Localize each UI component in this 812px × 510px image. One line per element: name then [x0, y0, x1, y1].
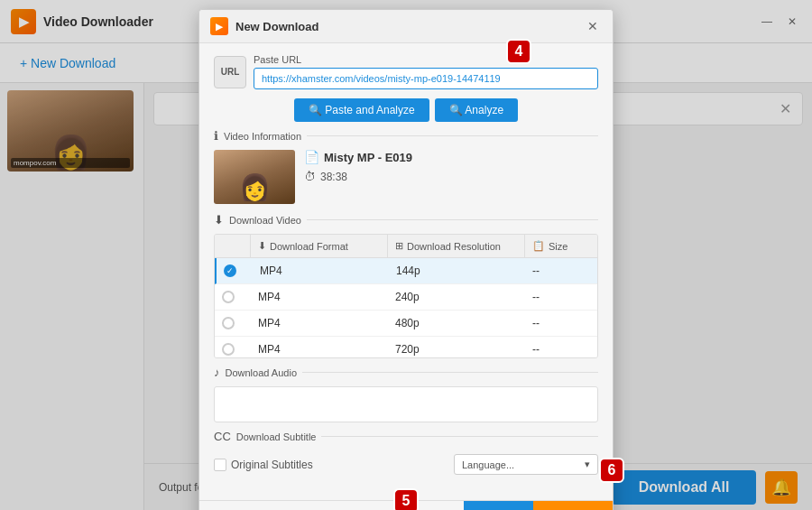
original-subtitles-label: Original Subtitles	[231, 459, 313, 471]
header-format: ⬇ Download Format	[251, 235, 388, 257]
video-name-row: 📄 Misty MP - E019	[304, 150, 598, 164]
badge-4: 4	[506, 39, 531, 64]
radio-button[interactable]	[222, 317, 235, 329]
format-resolution-cell: 480p	[388, 311, 525, 336]
modal-body: URL Paste URL 🔍 Paste and Analyze 🔍 Anal…	[199, 43, 613, 496]
format-size-cell: --	[525, 311, 597, 336]
audio-icon: ♪	[214, 366, 220, 379]
modal-titlebar: ▶ New Download ✕	[199, 10, 613, 43]
header-size: 📋 Size	[525, 235, 597, 257]
download-subtitle-label: Download Subtitle	[236, 431, 317, 442]
modal-title: New Download	[235, 20, 577, 33]
format-resolution-cell: 720p	[388, 337, 525, 357]
info-icon: ℹ	[214, 129, 218, 143]
format-icon: ⬇	[258, 240, 266, 252]
format-radio-cell	[215, 284, 251, 310]
url-buttons: 🔍 Paste and Analyze 🔍 Analyze	[214, 98, 598, 122]
format-table-body: MP4 144p -- MP4 240p -- MP4 480p -- MP4 …	[215, 258, 597, 357]
url-icon-box: URL	[214, 56, 246, 88]
modal-logo-icon: ▶	[216, 22, 223, 32]
format-type-cell: MP4	[251, 337, 388, 357]
header-radio	[215, 235, 251, 257]
header-resolution: ⊞ Download Resolution	[388, 235, 525, 257]
preview-person-icon: 👩	[239, 172, 271, 202]
ok-button[interactable]: Ok	[464, 501, 534, 510]
app-window: ▶ Video Downloader — ✕ + New Download 👩 …	[0, 0, 812, 510]
url-input-area: Paste URL	[254, 54, 598, 89]
format-radio-cell	[215, 337, 251, 357]
chevron-down-icon: ▾	[585, 459, 590, 470]
modal-close-button[interactable]: ✕	[584, 17, 602, 35]
video-preview: 👩	[214, 150, 295, 204]
video-download-icon: ⬇	[214, 213, 224, 227]
modal-overlay: 4 ▶ New Download ✕ URL Paste URL	[0, 0, 812, 510]
format-type-cell: MP4	[251, 311, 388, 336]
radio-button[interactable]	[224, 264, 236, 277]
modal-footer: 5 Ok Cancel	[199, 500, 613, 510]
format-type-cell: MP4	[253, 258, 389, 283]
download-video-separator: ⬇ Download Video	[214, 213, 598, 227]
modal-logo: ▶	[210, 17, 228, 35]
cancel-button[interactable]: Cancel	[533, 501, 613, 510]
audio-content-area	[214, 386, 598, 422]
analyze-button[interactable]: 🔍 Analyze	[435, 98, 518, 122]
size-icon: 📋	[532, 240, 545, 252]
size-label: Size	[549, 241, 567, 252]
format-row[interactable]: MP4 720p --	[215, 337, 597, 357]
download-audio-separator: ♪ Download Audio	[214, 366, 598, 379]
radio-button[interactable]	[222, 291, 235, 303]
download-video-label: Download Video	[229, 215, 301, 226]
separator-line-2	[307, 219, 598, 220]
language-label: Language...	[462, 459, 514, 470]
resolution-icon: ⊞	[395, 240, 403, 252]
format-size-cell: --	[525, 284, 597, 310]
video-duration-row: ⏱ 38:38	[304, 170, 598, 183]
separator-line-4	[321, 436, 598, 437]
video-meta: 📄 Misty MP - E019 ⏱ 38:38	[304, 150, 598, 183]
format-table: ⬇ Download Format ⊞ Download Resolution …	[214, 234, 598, 358]
subtitle-row: Original Subtitles Language... ▾	[214, 450, 598, 478]
format-row[interactable]: MP4 480p --	[215, 311, 597, 337]
subtitle-icon: CC	[214, 430, 231, 443]
clock-icon: ⏱	[304, 170, 316, 183]
format-resolution-cell: 240p	[388, 284, 525, 310]
url-label: Paste URL	[254, 54, 598, 65]
format-label: Download Format	[270, 241, 348, 252]
video-info-section: 👩 📄 Misty MP - E019 ⏱ 38:38	[214, 150, 598, 204]
download-audio-label: Download Audio	[226, 367, 298, 378]
video-info-separator: ℹ Video Information	[214, 129, 598, 143]
badge-5: 5	[393, 488, 419, 510]
video-title: Misty MP - E019	[324, 151, 412, 164]
modal-dialog: 4 ▶ New Download ✕ URL Paste URL	[198, 9, 614, 510]
format-row[interactable]: MP4 144p --	[215, 258, 597, 284]
paste-analyze-button[interactable]: 🔍 Paste and Analyze	[294, 98, 429, 122]
resolution-label: Download Resolution	[407, 241, 501, 252]
format-type-cell: MP4	[251, 284, 388, 310]
subtitle-checkbox[interactable]: Original Subtitles	[214, 459, 313, 471]
download-audio-section: ♪ Download Audio	[214, 366, 598, 422]
format-radio-cell	[215, 311, 251, 336]
video-duration-value: 38:38	[320, 171, 347, 183]
format-radio-cell	[217, 258, 253, 283]
format-resolution-cell: 144p	[389, 258, 525, 283]
badge-6: 6	[599, 458, 624, 483]
radio-button[interactable]	[222, 343, 235, 356]
checkbox[interactable]	[214, 459, 226, 471]
format-row[interactable]: MP4 240p --	[215, 284, 597, 311]
format-size-cell: --	[525, 258, 597, 283]
separator-line-3	[302, 372, 598, 373]
video-info-label: Video Information	[224, 131, 301, 142]
subtitle-section: CC Download Subtitle Original Subtitles …	[214, 430, 598, 478]
format-table-header: ⬇ Download Format ⊞ Download Resolution …	[215, 235, 597, 258]
subtitle-separator: CC Download Subtitle	[214, 430, 598, 443]
language-dropdown[interactable]: Language... ▾	[454, 454, 598, 475]
url-input[interactable]	[254, 68, 598, 89]
file-icon: 📄	[304, 150, 319, 164]
download-video-section: ⬇ Download Video ⬇ Download Format	[214, 213, 598, 358]
separator-line	[307, 135, 598, 136]
url-section: URL Paste URL	[214, 54, 598, 89]
format-size-cell: --	[525, 337, 597, 357]
